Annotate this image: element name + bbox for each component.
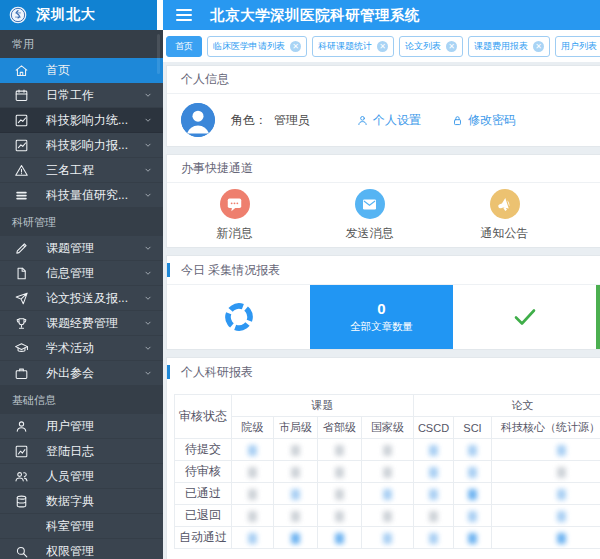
quick-channels-card: 办事快捷通道 新消息发送消息通知公告 [166, 154, 600, 248]
report-value-cell[interactable] [362, 483, 414, 505]
report-value-cell[interactable] [492, 483, 600, 505]
sidebar-item[interactable]: 学术活动 [0, 336, 163, 361]
personal-report-header: 个人科研报表 [167, 358, 600, 386]
sidebar-item[interactable]: 三名工程 [0, 158, 163, 183]
tab-label: 用户列表 [561, 40, 597, 53]
send-icon [14, 291, 29, 306]
report-value-cell[interactable] [318, 483, 362, 505]
report-value-cell[interactable] [414, 439, 454, 461]
quick-channel-megaphone[interactable]: 通知公告 [437, 189, 572, 247]
chevron-icon [143, 243, 153, 253]
sidebar-section-label: 基础信息 [0, 386, 163, 414]
report-value-cell[interactable] [454, 527, 492, 549]
row-status-label: 已退回 [175, 505, 232, 527]
report-value-cell[interactable] [318, 527, 362, 549]
tab[interactable]: 用户列表✕ [555, 36, 600, 57]
article-count-stat[interactable]: 0 全部文章数量 [310, 285, 453, 349]
green-stat-segment [596, 285, 600, 349]
sidebar-item[interactable]: 课题管理 [0, 236, 163, 261]
sidebar-item[interactable]: 外出参会 [0, 361, 163, 386]
chevron-icon [143, 343, 153, 353]
report-value-cell[interactable] [414, 461, 454, 483]
report-value-cell[interactable] [492, 505, 600, 527]
sidebar-item[interactable]: 登陆日志 [0, 439, 163, 464]
sidebar-scrollbar[interactable] [157, 34, 160, 74]
report-value-cell[interactable] [274, 439, 318, 461]
blurred-value [383, 511, 392, 522]
tab-label: 科研课题统计 [318, 40, 372, 53]
report-value-cell[interactable] [274, 505, 318, 527]
sidebar-item-label: 学术活动 [46, 340, 143, 357]
report-value-cell[interactable] [362, 439, 414, 461]
report-value-cell[interactable] [232, 483, 274, 505]
report-value-cell[interactable] [232, 505, 274, 527]
report-value-cell[interactable] [232, 439, 274, 461]
report-value-cell[interactable] [232, 527, 274, 549]
tab-close-icon[interactable]: ✕ [377, 41, 388, 52]
sidebar-item-label: 登陆日志 [46, 443, 153, 460]
menu-toggle-icon[interactable] [176, 9, 192, 21]
report-value-cell[interactable] [232, 461, 274, 483]
report-value-cell[interactable] [492, 461, 600, 483]
tab[interactable]: 首页 [166, 36, 202, 57]
report-value-cell[interactable] [492, 439, 600, 461]
report-value-cell[interactable] [414, 483, 454, 505]
top-bar: 深圳北大 北京大学深圳医院科研管理系统 [0, 0, 600, 30]
tab-close-icon[interactable]: ✕ [290, 41, 301, 52]
report-value-cell[interactable] [454, 461, 492, 483]
quick-channel-mail[interactable]: 发送消息 [302, 189, 437, 247]
table-col-header: 市局级 [274, 417, 318, 439]
change-password-link[interactable]: 修改密码 [451, 112, 516, 129]
report-value-cell[interactable] [454, 439, 492, 461]
table-col-header: SCI [454, 417, 492, 439]
report-value-cell[interactable] [274, 483, 318, 505]
report-value-cell[interactable] [362, 505, 414, 527]
sidebar-item[interactable]: 科技量值研究... [0, 183, 163, 208]
sidebar-item[interactable]: 人员管理 [0, 464, 163, 489]
app-window: 深圳北大 北京大学深圳医院科研管理系统 常用首页日常工作科技影响力统...科技影… [0, 0, 600, 559]
report-value-cell[interactable] [274, 527, 318, 549]
sidebar-item[interactable]: 权限管理 [0, 539, 163, 559]
report-value-cell[interactable] [274, 461, 318, 483]
sidebar-item[interactable]: 用户管理 [0, 414, 163, 439]
tab[interactable]: 课题费用报表✕ [468, 36, 550, 57]
sidebar-item[interactable]: 科室管理 [0, 514, 163, 539]
report-value-cell[interactable] [454, 483, 492, 505]
blurred-value [429, 489, 438, 500]
personal-settings-link[interactable]: 个人设置 [356, 112, 421, 129]
tab-close-icon[interactable]: ✕ [533, 41, 544, 52]
logo-text: 深圳北大 [36, 6, 96, 24]
calendar-icon [14, 88, 29, 103]
blurred-value [248, 489, 257, 500]
user-icon [14, 419, 29, 434]
user-icon [356, 114, 369, 127]
sidebar-item[interactable]: 科技影响力报... [0, 133, 163, 158]
gradcap-icon [14, 341, 29, 356]
report-value-cell[interactable] [414, 527, 454, 549]
report-value-cell[interactable] [362, 527, 414, 549]
report-value-cell[interactable] [362, 461, 414, 483]
row-status-label: 待提交 [175, 439, 232, 461]
tab[interactable]: 临床医学申请列表✕ [207, 36, 307, 57]
sidebar-item[interactable]: 论文投送及报... [0, 286, 163, 311]
report-value-cell[interactable] [318, 439, 362, 461]
tab-label: 临床医学申请列表 [213, 40, 285, 53]
tab[interactable]: 论文列表✕ [399, 36, 463, 57]
blurred-value [291, 467, 300, 478]
report-value-cell[interactable] [318, 505, 362, 527]
sidebar-item[interactable]: 信息管理 [0, 261, 163, 286]
sidebar-item[interactable]: 首页 [0, 58, 163, 83]
report-value-cell[interactable] [492, 527, 600, 549]
sidebar-item[interactable]: 科技影响力统... [0, 108, 163, 133]
report-table: 审核状态课题论文院级市局级省部级国家级CSCDSCI科技核心（统计源）期刊待提交… [174, 394, 600, 549]
chart-icon [14, 138, 29, 153]
report-value-cell[interactable] [454, 505, 492, 527]
tab-close-icon[interactable]: ✕ [446, 41, 457, 52]
report-value-cell[interactable] [414, 505, 454, 527]
sidebar-item[interactable]: 日常工作 [0, 83, 163, 108]
tab[interactable]: 科研课题统计✕ [312, 36, 394, 57]
quick-channel-chat[interactable]: 新消息 [167, 189, 302, 247]
sidebar-item[interactable]: 课题经费管理 [0, 311, 163, 336]
sidebar-item[interactable]: 数据字典 [0, 489, 163, 514]
report-value-cell[interactable] [318, 461, 362, 483]
